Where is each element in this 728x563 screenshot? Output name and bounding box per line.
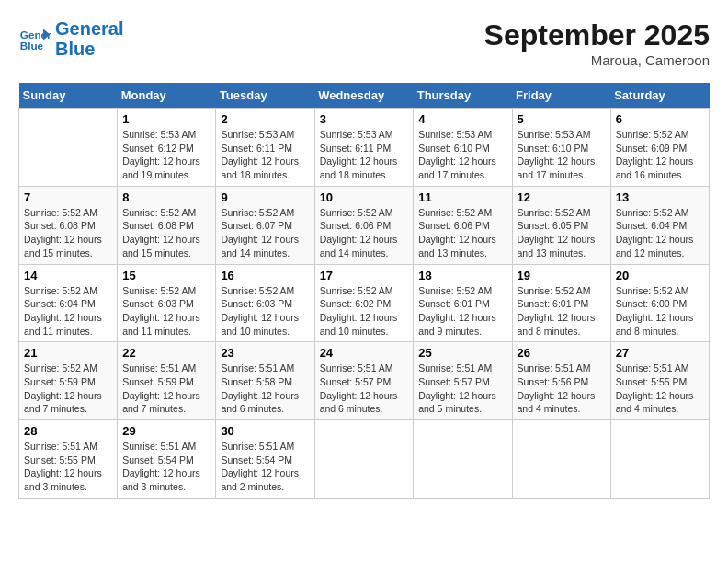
day-info: Sunrise: 5:52 AM Sunset: 6:04 PM Dayligh…: [616, 206, 704, 260]
calendar-cell: 28Sunrise: 5:51 AM Sunset: 5:55 PM Dayli…: [19, 420, 118, 499]
day-info: Sunrise: 5:51 AM Sunset: 5:59 PM Dayligh…: [122, 362, 210, 416]
calendar-cell: 17Sunrise: 5:52 AM Sunset: 6:02 PM Dayli…: [314, 264, 414, 342]
calendar-cell: [314, 420, 414, 499]
day-number: 29: [122, 424, 210, 438]
calendar-cell: 20Sunrise: 5:52 AM Sunset: 6:00 PM Dayli…: [610, 264, 709, 342]
day-number: 25: [418, 346, 506, 360]
day-number: 23: [221, 346, 309, 360]
day-number: 15: [122, 269, 210, 282]
day-number: 4: [418, 112, 506, 126]
calendar-cell: [414, 420, 512, 499]
calendar-cell: 2Sunrise: 5:53 AM Sunset: 6:11 PM Daylig…: [216, 109, 314, 187]
day-info: Sunrise: 5:52 AM Sunset: 6:08 PM Dayligh…: [122, 206, 210, 260]
calendar-week-5: 28Sunrise: 5:51 AM Sunset: 5:55 PM Dayli…: [19, 420, 710, 499]
day-info: Sunrise: 5:51 AM Sunset: 5:57 PM Dayligh…: [418, 362, 506, 416]
calendar-cell: 27Sunrise: 5:51 AM Sunset: 5:55 PM Dayli…: [610, 342, 709, 420]
logo: General Blue General Blue: [18, 18, 123, 59]
day-info: Sunrise: 5:52 AM Sunset: 6:03 PM Dayligh…: [122, 284, 210, 339]
day-info: Sunrise: 5:51 AM Sunset: 5:57 PM Dayligh…: [320, 362, 409, 416]
calendar-body: 1Sunrise: 5:53 AM Sunset: 6:12 PM Daylig…: [19, 109, 710, 499]
calendar-cell: [512, 420, 610, 499]
calendar-cell: 10Sunrise: 5:52 AM Sunset: 6:06 PM Dayli…: [314, 186, 414, 264]
day-info: Sunrise: 5:52 AM Sunset: 6:01 PM Dayligh…: [418, 284, 506, 339]
day-number: 26: [518, 346, 606, 360]
calendar-cell: 15Sunrise: 5:52 AM Sunset: 6:03 PM Dayli…: [118, 264, 216, 342]
calendar-cell: 25Sunrise: 5:51 AM Sunset: 5:57 PM Dayli…: [414, 342, 512, 420]
calendar-cell: 13Sunrise: 5:52 AM Sunset: 6:04 PM Dayli…: [610, 186, 709, 264]
location: Maroua, Cameroon: [484, 52, 710, 68]
day-number: 2: [221, 112, 309, 126]
day-info: Sunrise: 5:51 AM Sunset: 5:58 PM Dayligh…: [221, 362, 309, 416]
calendar-table: SundayMondayTuesdayWednesdayThursdayFrid…: [18, 83, 710, 499]
calendar-cell: 21Sunrise: 5:52 AM Sunset: 5:59 PM Dayli…: [19, 342, 118, 420]
day-info: Sunrise: 5:52 AM Sunset: 6:04 PM Dayligh…: [24, 284, 112, 339]
day-number: 24: [320, 346, 409, 360]
day-info: Sunrise: 5:51 AM Sunset: 5:55 PM Dayligh…: [616, 362, 704, 416]
calendar-cell: 11Sunrise: 5:52 AM Sunset: 6:06 PM Dayli…: [414, 186, 512, 264]
day-number: 7: [24, 190, 112, 204]
calendar-cell: 1Sunrise: 5:53 AM Sunset: 6:12 PM Daylig…: [118, 109, 216, 187]
day-info: Sunrise: 5:51 AM Sunset: 5:54 PM Dayligh…: [122, 440, 210, 494]
calendar-cell: 3Sunrise: 5:53 AM Sunset: 6:11 PM Daylig…: [314, 109, 414, 187]
logo-line1: General: [55, 18, 123, 39]
day-number: 1: [122, 112, 210, 126]
calendar-header-saturday: Saturday: [610, 83, 709, 109]
calendar-cell: 9Sunrise: 5:52 AM Sunset: 6:07 PM Daylig…: [216, 186, 314, 264]
day-number: 16: [221, 269, 309, 282]
calendar-cell: 5Sunrise: 5:53 AM Sunset: 6:10 PM Daylig…: [512, 109, 610, 187]
day-number: 13: [616, 190, 704, 204]
day-number: 12: [518, 190, 606, 204]
day-info: Sunrise: 5:52 AM Sunset: 5:59 PM Dayligh…: [24, 362, 112, 416]
day-info: Sunrise: 5:53 AM Sunset: 6:12 PM Dayligh…: [122, 128, 210, 182]
day-number: 9: [221, 190, 309, 204]
logo-icon: General Blue: [18, 22, 51, 55]
calendar-cell: 29Sunrise: 5:51 AM Sunset: 5:54 PM Dayli…: [118, 420, 216, 499]
calendar-cell: 30Sunrise: 5:51 AM Sunset: 5:54 PM Dayli…: [216, 420, 314, 499]
logo-line2: Blue: [55, 39, 123, 59]
calendar-header-row: SundayMondayTuesdayWednesdayThursdayFrid…: [19, 83, 710, 109]
calendar-cell: 24Sunrise: 5:51 AM Sunset: 5:57 PM Dayli…: [314, 342, 414, 420]
calendar-cell: 16Sunrise: 5:52 AM Sunset: 6:03 PM Dayli…: [216, 264, 314, 342]
day-info: Sunrise: 5:53 AM Sunset: 6:10 PM Dayligh…: [518, 128, 606, 182]
day-info: Sunrise: 5:52 AM Sunset: 6:07 PM Dayligh…: [221, 206, 309, 260]
calendar-header-wednesday: Wednesday: [314, 83, 414, 109]
day-number: 18: [418, 269, 506, 282]
day-info: Sunrise: 5:51 AM Sunset: 5:54 PM Dayligh…: [221, 440, 309, 494]
calendar-cell: 8Sunrise: 5:52 AM Sunset: 6:08 PM Daylig…: [118, 186, 216, 264]
day-info: Sunrise: 5:53 AM Sunset: 6:11 PM Dayligh…: [320, 128, 409, 182]
day-info: Sunrise: 5:52 AM Sunset: 6:06 PM Dayligh…: [418, 206, 506, 260]
calendar-cell: 7Sunrise: 5:52 AM Sunset: 6:08 PM Daylig…: [19, 186, 118, 264]
calendar-cell: 4Sunrise: 5:53 AM Sunset: 6:10 PM Daylig…: [414, 109, 512, 187]
day-info: Sunrise: 5:52 AM Sunset: 6:00 PM Dayligh…: [616, 284, 704, 339]
day-info: Sunrise: 5:51 AM Sunset: 5:55 PM Dayligh…: [24, 440, 112, 494]
calendar-header-monday: Monday: [118, 83, 216, 109]
calendar-cell: 18Sunrise: 5:52 AM Sunset: 6:01 PM Dayli…: [414, 264, 512, 342]
page-header: General Blue General Blue September 2025…: [18, 18, 710, 68]
day-number: 19: [518, 269, 606, 282]
calendar-cell: [19, 109, 118, 187]
day-number: 11: [418, 190, 506, 204]
day-number: 30: [221, 424, 309, 438]
calendar-cell: 23Sunrise: 5:51 AM Sunset: 5:58 PM Dayli…: [216, 342, 314, 420]
calendar-header-friday: Friday: [512, 83, 610, 109]
day-info: Sunrise: 5:52 AM Sunset: 6:01 PM Dayligh…: [518, 284, 606, 339]
calendar-cell: 26Sunrise: 5:51 AM Sunset: 5:56 PM Dayli…: [512, 342, 610, 420]
day-info: Sunrise: 5:52 AM Sunset: 6:05 PM Dayligh…: [518, 206, 606, 260]
calendar-week-1: 1Sunrise: 5:53 AM Sunset: 6:12 PM Daylig…: [19, 109, 710, 187]
day-number: 6: [616, 112, 704, 126]
day-info: Sunrise: 5:52 AM Sunset: 6:09 PM Dayligh…: [616, 128, 704, 182]
calendar-cell: [610, 420, 709, 499]
month-title: September 2025: [484, 18, 710, 52]
calendar-week-2: 7Sunrise: 5:52 AM Sunset: 6:08 PM Daylig…: [19, 186, 710, 264]
calendar-cell: 6Sunrise: 5:52 AM Sunset: 6:09 PM Daylig…: [610, 109, 709, 187]
day-info: Sunrise: 5:53 AM Sunset: 6:10 PM Dayligh…: [418, 128, 506, 182]
calendar-cell: 12Sunrise: 5:52 AM Sunset: 6:05 PM Dayli…: [512, 186, 610, 264]
day-number: 17: [320, 269, 409, 282]
day-number: 27: [616, 346, 704, 360]
calendar-cell: 22Sunrise: 5:51 AM Sunset: 5:59 PM Dayli…: [118, 342, 216, 420]
day-number: 10: [320, 190, 409, 204]
svg-text:Blue: Blue: [20, 40, 44, 52]
calendar-week-4: 21Sunrise: 5:52 AM Sunset: 5:59 PM Dayli…: [19, 342, 710, 420]
day-number: 21: [24, 346, 112, 360]
day-info: Sunrise: 5:52 AM Sunset: 6:02 PM Dayligh…: [320, 284, 409, 339]
